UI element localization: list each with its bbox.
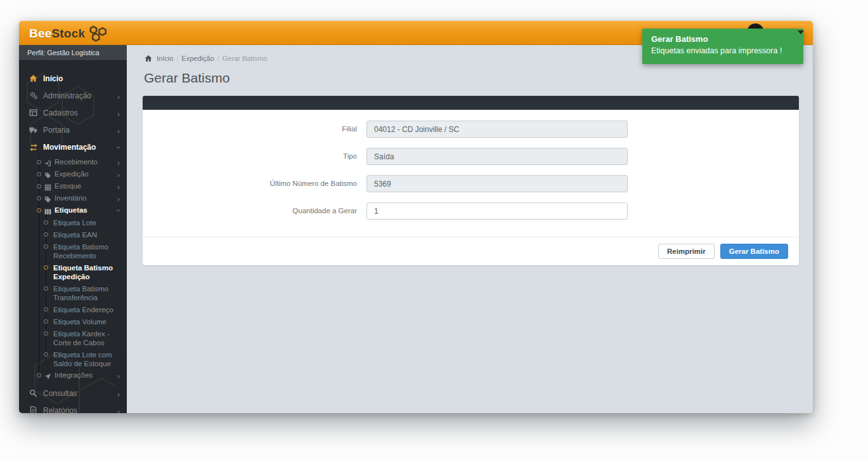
breadcrumb-current: Gerar Batismo xyxy=(223,55,268,62)
quantidade-input[interactable] xyxy=(366,202,628,220)
sidebar-item-recebimento[interactable]: Recebimento xyxy=(19,156,127,168)
sidebar-item-consultas[interactable]: Consultas xyxy=(19,385,127,402)
user-menu-caret-icon[interactable] xyxy=(798,30,804,34)
bullet-icon xyxy=(37,172,41,176)
truck-icon xyxy=(28,123,39,140)
bullet-icon xyxy=(44,286,48,291)
sidebar-menu: Início Administração Cadastros Portaria … xyxy=(19,61,127,413)
breadcrumb-separator: / xyxy=(176,55,178,62)
sidebar: Perfil: Gestão Logística Início Administ… xyxy=(19,45,127,413)
breadcrumb-separator: / xyxy=(217,55,219,62)
quantidade-label: Quantidade a Gerar xyxy=(143,202,366,220)
chevron-right-icon xyxy=(117,194,120,202)
form-panel: Filial Tipo Último Número de Batismo Qua… xyxy=(143,96,799,265)
ultimo-numero-input xyxy=(366,175,628,192)
page-title: Gerar Batismo xyxy=(144,70,230,86)
sidebar-item-cadastros[interactable]: Cadastros xyxy=(19,105,127,122)
sidebar-item-etiquetas[interactable]: Etiquetas xyxy=(19,204,127,216)
sidebar-item-inventario[interactable]: Inventário xyxy=(19,192,127,204)
chevron-down-icon xyxy=(114,146,122,148)
bullet-icon xyxy=(37,184,41,188)
form-row-filial: Filial xyxy=(143,121,799,138)
sidebar-item-movimentacao[interactable]: Movimentação xyxy=(19,139,127,156)
toast-title: Gerar Batismo xyxy=(651,34,794,44)
breadcrumb-inicio[interactable]: Início xyxy=(157,55,173,62)
chevron-right-icon xyxy=(117,182,120,190)
sidebar-item-etiqueta-endereco[interactable]: Etiqueta Endereço xyxy=(19,303,127,315)
panel-body: Filial Tipo Último Número de Batismo Qua… xyxy=(143,110,799,220)
chevron-right-icon xyxy=(117,390,120,398)
sidebar-item-expedicao[interactable]: Expedição xyxy=(19,168,127,180)
reimprimir-button[interactable]: Reimprimir xyxy=(658,244,715,259)
bullet-icon xyxy=(44,244,48,249)
bullet-icon xyxy=(37,208,41,213)
home-icon xyxy=(28,72,39,89)
chevron-right-icon xyxy=(117,126,120,135)
sidebar-item-inicio[interactable]: Início xyxy=(19,70,127,88)
brand-stock: Stock xyxy=(51,27,85,41)
bullet-icon xyxy=(44,331,48,336)
profile-label: Perfil: Gestão Logística xyxy=(19,45,127,61)
tipo-input xyxy=(366,148,628,165)
tipo-label: Tipo xyxy=(143,148,366,165)
gerar-batismo-button[interactable]: Gerar Batismo xyxy=(720,244,788,259)
chevron-down-icon xyxy=(114,209,122,211)
filial-input xyxy=(366,121,628,138)
sidebar-item-etiqueta-lote-saldo[interactable]: Etiqueta Lote com Saldo de Estoque xyxy=(19,348,127,369)
sidebar-item-etiqueta-batismo-expedicao[interactable]: Etiqueta Batismo Expedição xyxy=(19,261,127,282)
chevron-right-icon xyxy=(117,158,120,166)
sidebar-item-administracao[interactable]: Administração xyxy=(19,88,127,105)
bullet-icon xyxy=(37,196,41,201)
chevron-right-icon xyxy=(117,371,120,380)
hexagon-logo-icon xyxy=(88,25,108,42)
sidebar-item-etiqueta-volume[interactable]: Etiqueta Volume xyxy=(19,315,127,327)
brand-logo[interactable]: BeeStock xyxy=(29,25,108,42)
search-icon xyxy=(28,386,39,404)
sidebar-item-estoque[interactable]: Estoque xyxy=(19,180,127,192)
bullet-icon xyxy=(44,232,48,237)
paper-plane-icon xyxy=(44,372,51,384)
breadcrumb-expedicao[interactable]: Expedição xyxy=(181,55,214,62)
bullet-icon xyxy=(37,160,41,164)
bullet-icon xyxy=(37,373,41,378)
toast-notification[interactable]: Gerar Batismo Etiquetas enviadas para im… xyxy=(642,29,803,64)
bullet-icon xyxy=(44,319,48,324)
sidebar-item-etiqueta-ean[interactable]: Etiqueta EAN xyxy=(19,228,127,241)
panel-footer: Reimprimir Gerar Batismo xyxy=(143,237,799,265)
chevron-right-icon xyxy=(117,170,120,178)
toast-message: Etiquetas enviadas para impressora ! xyxy=(651,46,794,55)
report-file-icon xyxy=(28,404,39,413)
sidebar-item-etiqueta-kardex[interactable]: Etiqueta Kardex - Corte de Cabos xyxy=(19,327,127,348)
form-row-ultimo-numero: Último Número de Batismo xyxy=(143,175,799,192)
panel-header-bar xyxy=(143,96,799,110)
brand-bee: Bee xyxy=(29,27,51,41)
sidebar-item-etiqueta-batismo-recebimento[interactable]: Etiqueta Batismo Recebimento xyxy=(19,241,127,261)
form-row-quantidade: Quantidade a Gerar xyxy=(143,202,799,220)
movimentacao-submenu: Recebimento Expedição Estoque xyxy=(19,156,127,381)
sidebar-item-etiqueta-lote[interactable]: Etiqueta Lote xyxy=(19,216,127,228)
chevron-right-icon xyxy=(117,407,120,413)
form-row-tipo: Tipo xyxy=(143,148,799,165)
sidebar-item-portaria[interactable]: Portaria xyxy=(19,122,127,139)
bullet-icon xyxy=(44,352,48,357)
bullet-icon xyxy=(44,265,48,270)
sidebar-item-etiqueta-batismo-transferencia[interactable]: Etiqueta Batismo Transferência xyxy=(19,282,127,303)
exchange-arrows-icon xyxy=(28,140,39,157)
sidebar-item-relatorios[interactable]: Relatórios xyxy=(19,402,127,413)
breadcrumb: Início / Expedição / Gerar Batismo xyxy=(145,55,268,62)
filial-label: Filial xyxy=(143,121,366,138)
chevron-right-icon xyxy=(117,109,120,117)
bullet-icon xyxy=(44,220,48,225)
etiquetas-submenu: Etiqueta Lote Etiqueta EAN Etiqueta Bati… xyxy=(19,216,127,369)
sidebar-item-integracoes[interactable]: Integrações xyxy=(19,369,127,381)
main-content: Início / Expedição / Gerar Batismo Gerar… xyxy=(127,45,813,413)
home-icon xyxy=(145,55,152,62)
bullet-icon xyxy=(44,307,48,312)
app-window: BeeStock Gerar Batismo Etiquetas enviada… xyxy=(19,21,813,413)
gears-icon xyxy=(28,89,39,106)
chevron-right-icon xyxy=(117,92,120,100)
table-icon xyxy=(28,106,39,123)
ultimo-numero-label: Último Número de Batismo xyxy=(143,175,366,192)
